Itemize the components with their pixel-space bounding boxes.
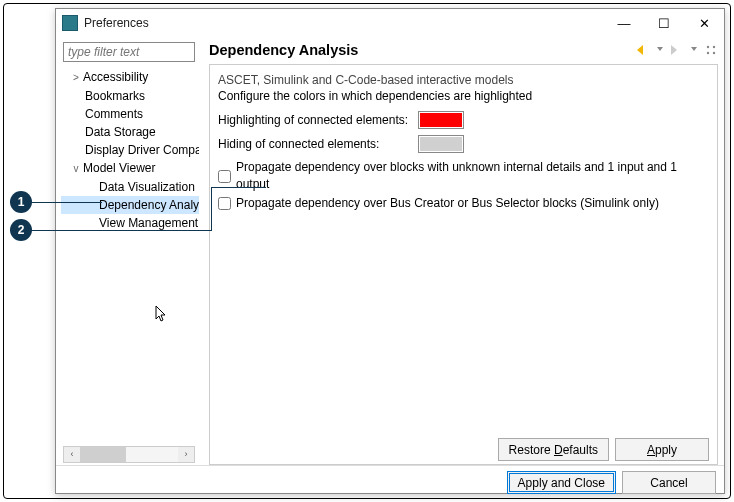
scroll-track[interactable]: [80, 447, 178, 462]
filter-input[interactable]: [63, 42, 195, 62]
tree-item-comments[interactable]: Comments: [61, 105, 199, 123]
back-dropdown-icon[interactable]: [653, 43, 667, 57]
callout-1: 1: [10, 191, 32, 213]
cancel-button[interactable]: Cancel: [622, 471, 716, 494]
page-title: Dependency Analysis: [209, 42, 636, 58]
tree-item-data-storage[interactable]: Data Storage: [61, 123, 199, 141]
leader-line-1: [32, 202, 102, 203]
maximize-button[interactable]: ☐: [644, 9, 684, 37]
close-button[interactable]: ✕: [684, 9, 724, 37]
window-title: Preferences: [84, 16, 604, 30]
filter-container: [63, 42, 195, 62]
description-line-2: Configure the colors in which dependenci…: [218, 89, 709, 103]
propagate-bus-label: Propagate dependency over Bus Creator or…: [236, 195, 659, 212]
sidebar-horizontal-scrollbar[interactable]: ‹ ›: [63, 446, 195, 463]
preferences-window: Preferences — ☐ ✕ >Accessibility Bookmar…: [55, 8, 725, 494]
description-line-1: ASCET, Simulink and C-Code-based interac…: [218, 73, 709, 87]
leader-line-2c: [211, 187, 266, 188]
tree-item-bookmarks[interactable]: Bookmarks: [61, 87, 199, 105]
scroll-thumb[interactable]: [80, 447, 126, 462]
main-panel: Dependency Analysis ASCET, Simulink and …: [199, 37, 724, 465]
tree-item-accessibility[interactable]: >Accessibility: [61, 68, 199, 87]
scroll-left-button[interactable]: ‹: [64, 447, 80, 462]
hiding-color-swatch[interactable]: [418, 135, 464, 153]
tree-item-display-driver[interactable]: Display Driver Compatibility: [61, 141, 199, 159]
forward-dropdown-icon[interactable]: [687, 43, 701, 57]
svg-point-3: [713, 52, 715, 54]
forward-icon[interactable]: [670, 43, 684, 57]
tree-item-data-visualization[interactable]: Data Visualization: [61, 178, 199, 196]
preferences-tree[interactable]: >Accessibility Bookmarks Comments Data S…: [61, 66, 199, 446]
chevron-right-icon: >: [71, 70, 81, 86]
tree-item-dependency-analysis[interactable]: Dependency Analysis: [61, 196, 199, 214]
highlighting-label: Highlighting of connected elements:: [218, 113, 418, 127]
sidebar: >Accessibility Bookmarks Comments Data S…: [56, 37, 199, 465]
header-toolbar: [636, 43, 718, 57]
back-icon[interactable]: [636, 43, 650, 57]
tree-item-model-viewer[interactable]: vModel Viewer: [61, 159, 199, 178]
svg-point-1: [713, 46, 715, 48]
titlebar[interactable]: Preferences — ☐ ✕: [56, 9, 724, 37]
hiding-label: Hiding of connected elements:: [218, 137, 418, 151]
dialog-button-bar: Apply and Close Cancel: [56, 465, 724, 499]
propagate-bus-checkbox[interactable]: [218, 197, 231, 210]
menu-icon[interactable]: [704, 43, 718, 57]
leader-line-2a: [32, 230, 212, 231]
highlighting-color-swatch[interactable]: [418, 111, 464, 129]
app-icon: [62, 15, 78, 31]
propagate-unknown-label: Propagate dependency over blocks with un…: [236, 159, 709, 193]
svg-point-2: [707, 52, 709, 54]
leader-line-2b: [211, 187, 212, 231]
restore-defaults-button[interactable]: Restore Defaults: [498, 438, 609, 461]
chevron-down-icon: v: [71, 161, 81, 177]
propagate-unknown-checkbox[interactable]: [218, 170, 231, 183]
callout-2: 2: [10, 219, 32, 241]
apply-and-close-button[interactable]: Apply and Close: [507, 471, 616, 494]
content-area: ASCET, Simulink and C-Code-based interac…: [209, 64, 718, 465]
svg-point-0: [707, 46, 709, 48]
minimize-button[interactable]: —: [604, 9, 644, 37]
apply-button[interactable]: Apply: [615, 438, 709, 461]
scroll-right-button[interactable]: ›: [178, 447, 194, 462]
